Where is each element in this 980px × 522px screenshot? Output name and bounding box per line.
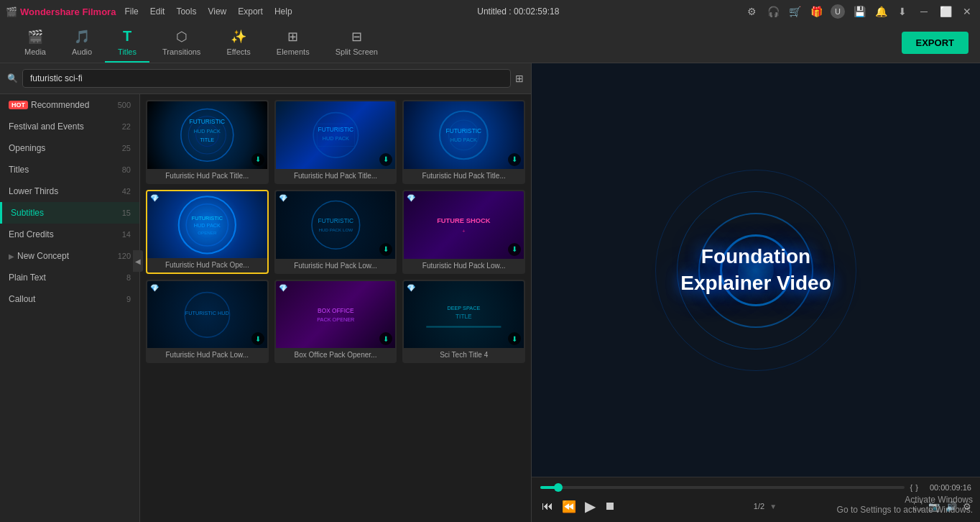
menu-file[interactable]: File: [124, 6, 138, 17]
main-toolbar: 🎬 Media 🎵 Audio T Titles ⬡ Transitions ✨…: [0, 23, 980, 63]
gift-icon[interactable]: 🎁: [809, 4, 823, 19]
sidebar-label-lower-thirds: Lower Thirds: [9, 186, 122, 196]
media-icon: 🎬: [27, 29, 43, 45]
svg-text:HUD PACK LOW: HUD PACK LOW: [318, 227, 353, 232]
svg-point-11: [449, 120, 479, 150]
svg-text:TITLE: TITLE: [456, 313, 472, 320]
sidebar-item-titles[interactable]: Titles 80: [0, 159, 139, 180]
sidebar-item-lower-thirds[interactable]: Lower Thirds 42: [0, 180, 139, 202]
grid-label-5: Futuristic Hud Pack Low...: [276, 259, 396, 273]
sidebar-collapse-button[interactable]: ◀: [133, 250, 140, 272]
svg-text:PACK OPENER: PACK OPENER: [317, 316, 354, 323]
diamond-icon-6: 💎: [407, 194, 415, 202]
svg-text:+: +: [463, 228, 466, 234]
toolbar-tabs: 🎬 Media 🎵 Audio T Titles ⬡ Transitions ✨…: [11, 23, 391, 63]
grid-item-4[interactable]: 💎 FUTURISTICHUD PACKOPENER Futuristic Hu…: [146, 190, 269, 274]
sidebar-count-end-credits: 14: [122, 230, 131, 239]
save-icon[interactable]: 💾: [852, 4, 866, 19]
tab-transitions[interactable]: ⬡ Transitions: [149, 23, 213, 63]
titlebar: 🎬 Wondershare Filmora File Edit Tools Vi…: [0, 0, 980, 23]
maximize-button[interactable]: ⬜: [938, 4, 953, 19]
svg-point-21: [312, 201, 360, 249]
tab-titles[interactable]: T Titles: [105, 23, 149, 63]
svg-text:FUTURISTIC: FUTURISTIC: [446, 127, 482, 134]
grid-item-1[interactable]: FUTURISTICHUD PACKTITLE ⬇ Futuristic Hud…: [146, 100, 269, 184]
sidebar-item-recommended[interactable]: HOT Recommended 500: [0, 94, 139, 116]
grid-item-3[interactable]: FUTURISTICHUD PACK ⬇ Futuristic Hud Pack…: [402, 100, 525, 184]
grid-view-icon[interactable]: ⊞: [515, 73, 524, 84]
time-brackets: { }: [910, 483, 918, 492]
diamond-icon-4: 💎: [150, 194, 159, 202]
sidebar-item-plain-text[interactable]: Plain Text 8: [0, 267, 139, 288]
menu-bar: File Edit Tools View Export Help: [124, 6, 292, 17]
sidebar-item-new-concept[interactable]: ▶ New Concept 120: [0, 245, 139, 267]
sidebar-item-end-credits[interactable]: End Credits 14: [0, 224, 139, 245]
menu-view[interactable]: View: [208, 6, 226, 17]
grid-item-6[interactable]: 💎 FUTURE SHOCK+ ⬇ Futuristic Hud Pack Lo…: [402, 190, 525, 274]
thumb-1: FUTURISTICHUD PACKTITLE ⬇: [147, 101, 267, 169]
fullscreen-button[interactable]: ⛶: [913, 501, 923, 512]
preview-title-line2: Explainer Video: [680, 272, 831, 294]
menu-edit[interactable]: Edit: [150, 6, 165, 17]
tab-effects[interactable]: ✨ Effects: [213, 23, 263, 63]
svg-rect-32: [427, 326, 501, 327]
cart-icon[interactable]: 🛒: [787, 4, 802, 19]
svg-point-10: [440, 111, 488, 160]
volume-button[interactable]: 🔊: [946, 501, 957, 512]
grid-item-8[interactable]: 💎 BOX OFFICEPACK OPENER ⬇ Box Office Pac…: [274, 280, 397, 364]
tab-audio[interactable]: 🎵 Audio: [59, 23, 105, 63]
export-button[interactable]: EXPORT: [902, 32, 969, 54]
svg-text:FUTURISTIC: FUTURISTIC: [190, 118, 226, 125]
sidebar-item-festival[interactable]: Festival and Events 22: [0, 116, 139, 137]
thumb-5: 💎 FUTURISTICHUD PACK LOW ⬇: [276, 191, 396, 259]
thumb-3: FUTURISTICHUD PACK ⬇: [404, 101, 524, 169]
sidebar-label-recommended: Recommended: [31, 100, 118, 110]
split-screen-icon: ⊟: [351, 29, 362, 45]
sidebar-item-callout[interactable]: Callout 9: [0, 288, 139, 310]
app-logo: 🎬 Wondershare Filmora: [6, 6, 116, 17]
tab-split-screen[interactable]: ⊟ Split Screen: [323, 23, 391, 63]
svg-text:HUD PACK: HUD PACK: [194, 128, 221, 134]
progress-bar[interactable]: [540, 486, 905, 489]
svg-text:BOX OFFICE: BOX OFFICE: [318, 306, 354, 313]
bracket-close: }: [915, 483, 918, 492]
grid-item-5[interactable]: 💎 FUTURISTICHUD PACK LOW ⬇ Futuristic Hu…: [274, 190, 397, 274]
svg-text:HUD PACK: HUD PACK: [322, 135, 348, 142]
preview-controls: { } 00:00:09:16 ⏮ ⏪ ▶ ⏹ 1/2 ▼ ⛶ 📷: [532, 477, 980, 522]
menu-tools[interactable]: Tools: [176, 6, 196, 17]
grid-item-2[interactable]: FUTURISTICHUD PACK ⬇ Futuristic Hud Pack…: [274, 100, 397, 184]
grid-label-2: Futuristic Hud Pack Title...: [276, 169, 396, 183]
download-icon[interactable]: ⬇: [895, 4, 910, 19]
headphone-icon[interactable]: 🎧: [766, 4, 780, 19]
download-badge-1: ⬇: [251, 153, 264, 166]
tab-elements[interactable]: ⊞ Elements: [264, 23, 323, 63]
menu-export[interactable]: Export: [238, 6, 263, 17]
screenshot-button[interactable]: 📷: [928, 501, 940, 512]
close-button[interactable]: ✕: [960, 4, 974, 19]
search-input[interactable]: [22, 69, 511, 88]
preview-panel: Foundation Explainer Video { } 00:00:09:…: [532, 63, 980, 522]
menu-help[interactable]: Help: [274, 6, 292, 17]
minimize-button[interactable]: ─: [917, 4, 931, 19]
notification-icon[interactable]: 🔔: [874, 4, 888, 19]
user-avatar[interactable]: U: [831, 4, 845, 19]
play-button[interactable]: ▶: [583, 496, 597, 516]
svg-text:FUTURISTIC: FUTURISTIC: [318, 126, 353, 133]
sidebar-count-lower-thirds: 42: [122, 187, 131, 196]
grid-item-7[interactable]: 💎 FUTURISTIC HUD ⬇ Futuristic Hud Pack L…: [146, 280, 269, 364]
grid-item-9[interactable]: 💎 DEEP SPACETITLE ⬇ Sci Tech Title 4: [402, 280, 525, 364]
settings-icon[interactable]: ⚙: [744, 4, 759, 19]
stop-button[interactable]: ⏹: [603, 498, 617, 514]
preview-title-text: Foundation Explainer Video: [680, 244, 831, 296]
settings-button[interactable]: ⚙: [963, 501, 971, 512]
tab-media[interactable]: 🎬 Media: [11, 23, 59, 63]
svg-text:FUTURE SHOCK: FUTURE SHOCK: [437, 217, 491, 224]
svg-text:HUD PACK: HUD PACK: [194, 222, 221, 229]
sidebar-item-openings[interactable]: Openings 25: [0, 137, 139, 159]
prev-frame-button[interactable]: ⏪: [560, 498, 578, 515]
progress-handle[interactable]: [554, 483, 563, 492]
step-back-button[interactable]: ⏮: [540, 498, 555, 514]
audio-icon: 🎵: [74, 29, 90, 45]
thumbnails-grid: FUTURISTICHUD PACKTITLE ⬇ Futuristic Hud…: [146, 100, 525, 363]
sidebar-item-subtitles[interactable]: Subtitles 15: [0, 202, 139, 224]
